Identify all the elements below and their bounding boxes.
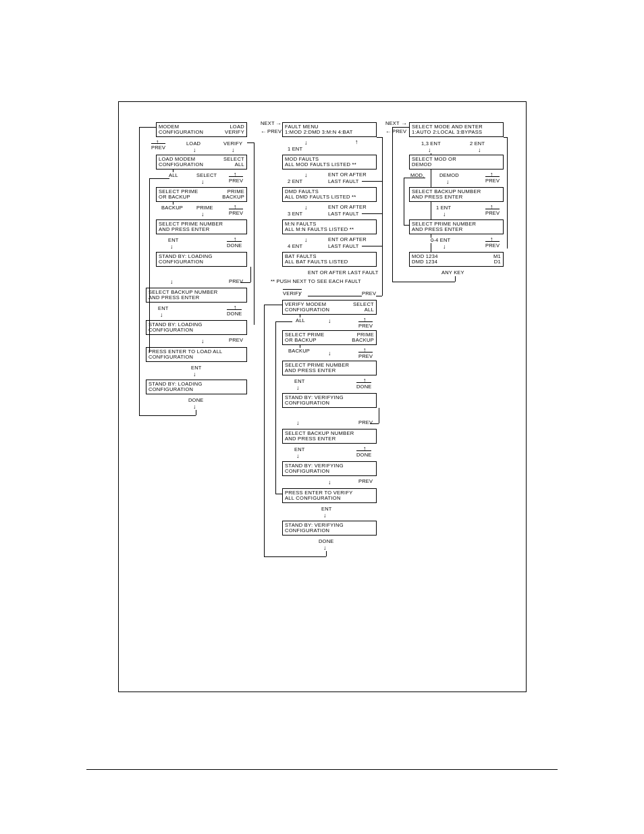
nav-all: ALL <box>169 173 178 178</box>
text: PRIMEBACKUP <box>222 189 244 200</box>
text: ALL MOD FAULTS LISTED ** <box>285 162 374 167</box>
nav-prev: PREV <box>392 129 406 134</box>
connector <box>173 202 173 205</box>
box-select-mode: SELECT MODE AND ENTER 1:AUTO 2:LOCAL 3:B… <box>409 122 504 137</box>
box-verify-select-prime-backup: SELECT PRIME OR BACKUP PRIMEBACKUP <box>282 330 377 345</box>
box-standby-verifying-3: STAND BY: VERIFYING CONFIGURATION <box>282 521 377 536</box>
text: ALL M:N FAULTS LISTED ** <box>285 227 374 232</box>
box-fault-menu: FAULT MENU 1:MOD 2:DMD 3:M:N 4:BAT <box>282 122 377 137</box>
connector <box>247 142 254 143</box>
connector <box>507 137 508 249</box>
arrow-down-icon: ↓ <box>296 453 300 459</box>
nav-done: DONE <box>356 384 371 390</box>
box-select-prime-num-c3: SELECT PRIME NUMBER AND PRESS ENTER <box>409 219 504 234</box>
box-select-backup-num-c3: SELECT BACKUP NUMBER AND PRESS ENTER <box>409 187 504 202</box>
arrow-down-icon: ↓ <box>170 279 173 285</box>
nav-next: NEXT <box>261 121 275 126</box>
arrow-up-icon: ↑ <box>156 139 159 145</box>
arrow-down-icon: ↓ <box>443 211 446 217</box>
connector <box>275 321 292 322</box>
arrow-down-icon: ↓ <box>193 371 196 377</box>
nav-last-fault: LAST FAULT <box>328 244 359 249</box>
text: 1:MOD 2:DMD 3:M:N 4:BAT <box>285 130 374 135</box>
nav-ent: ENT <box>321 506 332 512</box>
box-mn-faults: M:N FAULTS ALL M:N FAULTS LISTED ** <box>282 219 377 234</box>
nav-done: DONE <box>188 398 203 403</box>
nav-verify: VERIFY <box>223 141 242 147</box>
connector <box>392 127 409 128</box>
text: SELECTALL <box>223 157 244 167</box>
arrow-down-icon: ↓ <box>170 244 173 250</box>
text: DEMOD <box>412 162 501 167</box>
arrow-down-icon: ↓ <box>296 385 300 391</box>
nav-last-fault: LAST FAULT <box>328 211 359 217</box>
nav-last-fault: LAST FAULT <box>328 179 359 184</box>
arrow-down-icon: ↓ <box>304 172 308 178</box>
nav-ent: ENT <box>294 379 305 384</box>
connector <box>250 267 251 282</box>
nav-ent: ENT <box>294 447 305 452</box>
nav-prev: PREV <box>362 291 376 296</box>
arrow-down-icon: ↓ <box>193 404 196 410</box>
box-verify-modem-config: VERIFY MODEM CONFIGURATION SELECTALL <box>282 300 377 315</box>
nav-done: DONE <box>227 311 242 317</box>
connector <box>362 213 382 214</box>
connector <box>404 178 404 225</box>
text: ALL BAT FAULTS LISTED <box>285 259 374 265</box>
nav-4-ent: 4 ENT <box>288 244 302 249</box>
arrow-right-icon: → <box>401 121 407 127</box>
nav-prev: PREV <box>485 178 500 184</box>
text: LOADVERIFY <box>225 124 244 135</box>
arrow-down-icon: ↓ <box>193 147 196 153</box>
connector <box>254 142 254 325</box>
text: DMD 1234 <box>412 259 501 265</box>
text: 1:AUTO 2:LOCAL 3:BYPASS <box>412 130 501 135</box>
box-standby-loading-2: STAND BY: LOADING CONFIGURATION <box>146 320 247 335</box>
nav-all: ALL <box>296 318 305 323</box>
box-select-prime-backup: SELECT PRIME OR BACKUP PRIMEBACKUP <box>156 187 247 202</box>
box-press-enter-load-all: PRESS ENTER TO LOAD ALL CONFIGURATION <box>146 347 247 362</box>
nav-demod: DEMOD <box>439 173 459 178</box>
nav-load: LOAD <box>186 141 200 147</box>
nav-prime: PRIME <box>196 205 213 211</box>
connector <box>504 137 507 138</box>
connector <box>240 282 250 283</box>
nav-ent: ENT <box>191 365 202 371</box>
connector <box>455 276 456 282</box>
arrow-down-icon: ↓ <box>443 244 446 250</box>
page: MODEM CONFIGURATION LOADVERIFY PREV ↑ LO… <box>0 0 644 834</box>
connector <box>404 178 410 178</box>
nav-prev: PREV <box>358 420 373 425</box>
arrow-down-icon: ↓ <box>296 420 300 426</box>
box-standby-verifying-1: STAND BY: VERIFYING CONFIGURATION <box>282 393 377 408</box>
nav-prev: PREV <box>358 323 373 329</box>
box-standby-verifying-2: STAND BY: VERIFYING CONFIGURATION <box>282 461 377 476</box>
connector <box>173 170 173 172</box>
connector <box>264 305 265 556</box>
connector <box>392 282 455 282</box>
nav-done: DONE <box>319 539 333 544</box>
arrow-down-icon: ↓ <box>160 312 163 318</box>
arrow-down-icon: ↓ <box>201 211 205 217</box>
connector <box>149 178 150 353</box>
connector <box>264 556 326 557</box>
note-push-next: ** PUSH NEXT TO SEE EACH FAULT <box>271 279 361 284</box>
nav-ent-after-last: ENT OR AFTER LAST FAULT <box>308 270 379 276</box>
text: CONFIGURATION <box>285 528 374 533</box>
arrow-right-icon: → <box>275 121 281 127</box>
arrow-down-icon: ↓ <box>428 147 431 153</box>
arrow-down-icon: ↓ <box>323 545 327 551</box>
arrow-down-icon: ↓ <box>304 140 308 146</box>
arrow-left-icon: ← <box>385 129 392 135</box>
connector <box>370 423 379 424</box>
text: CONFIGURATION <box>149 328 244 333</box>
box-standby-loading-3: STAND BY: LOADING CONFIGURATION <box>146 380 247 394</box>
connector <box>264 305 282 305</box>
text: CONFIGURATION <box>285 400 374 406</box>
box-select-prime-number: SELECT PRIME NUMBER AND PRESS ENTER <box>156 219 247 234</box>
text: CONFIGURATION <box>159 259 244 265</box>
connector <box>275 494 282 494</box>
connector <box>149 178 169 179</box>
connector <box>139 127 156 128</box>
arrow-down-icon: ↓ <box>304 205 308 211</box>
